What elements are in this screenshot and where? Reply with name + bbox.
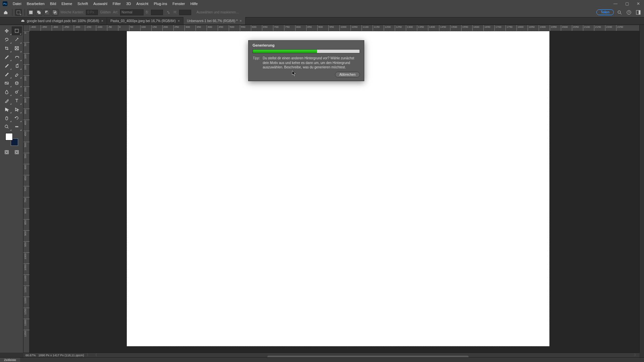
menu-ansicht[interactable]: Ansicht [133, 1, 151, 6]
minimize-button[interactable]: — [610, 1, 621, 6]
marquee-tool[interactable] [12, 26, 22, 35]
feather-input[interactable] [86, 10, 98, 15]
ruler-tick: 1950 [550, 25, 561, 31]
screenmode-button[interactable] [12, 148, 22, 157]
frame-tool[interactable] [12, 44, 22, 53]
foreground-color[interactable] [5, 133, 13, 140]
zoom-readout[interactable]: 66.67% [25, 354, 36, 357]
share-button[interactable]: Teilen [596, 9, 614, 15]
document-info[interactable]: 1890 Px x 1417 Px (118,11 ppcm) [39, 354, 84, 357]
lasso-tool[interactable] [2, 35, 12, 44]
workspace-icon[interactable] [635, 10, 642, 15]
ruler-tick: 1600 [472, 25, 483, 31]
menu-datei[interactable]: Datei [10, 1, 24, 6]
document-tab[interactable]: Unbenannt-1 bei 66,7% (RGB/8) *× [183, 17, 246, 24]
document-tab[interactable]: Pasta_03_4000px.jpeg bei 16,7% (RGB/8#)× [107, 17, 183, 24]
ruler-tick: 850 [23, 219, 30, 230]
add-selection-icon[interactable] [36, 9, 42, 16]
select-and-mask-button[interactable]: Auswählen und maskieren… [197, 10, 239, 14]
default-colors-icon[interactable] [5, 142, 9, 146]
progress-bar [253, 49, 360, 53]
ruler-origin[interactable] [23, 25, 30, 31]
ruler-tick: 1300 [406, 25, 417, 31]
ruler-tick: 2050 [572, 25, 583, 31]
tab-close-icon[interactable]: × [239, 19, 241, 23]
quickmask-button[interactable] [2, 148, 12, 157]
swap-wh-icon[interactable] [165, 9, 172, 16]
new-selection-icon[interactable] [28, 9, 34, 16]
ruler-tick: 1000 [23, 252, 30, 263]
app-logo: Ps [3, 1, 7, 6]
vertical-ruler[interactable]: 0501001502002503003504004505005506006507… [23, 31, 30, 353]
more-tool[interactable] [12, 122, 22, 131]
shape-tool[interactable] [12, 105, 22, 114]
close-button[interactable]: ✕ [633, 1, 644, 6]
menu-bild[interactable]: Bild [47, 1, 59, 6]
color-swatches[interactable] [5, 133, 18, 146]
blur-tool[interactable] [2, 87, 12, 96]
search-icon[interactable] [616, 10, 623, 15]
menu-plug-ins[interactable]: Plug-ins [151, 1, 170, 6]
menu-filter[interactable]: Filter [110, 1, 123, 6]
scroll-right-icon[interactable]: 〉 [634, 353, 637, 357]
scroll-left-icon[interactable]: 〈 [94, 353, 97, 357]
ruler-tick: 800 [23, 208, 30, 219]
horizontal-ruler[interactable]: -400-350-300-250-200-150-100-50050100150… [30, 25, 639, 31]
window-controls: — ▢ ✕ [610, 1, 644, 6]
heal-tool[interactable] [12, 53, 22, 61]
hand-tool[interactable] [2, 114, 12, 122]
home-button[interactable] [2, 9, 9, 16]
menu-auswahl[interactable]: Auswahl [91, 1, 110, 6]
move-tool[interactable] [2, 26, 12, 35]
svg-point-9 [618, 11, 621, 13]
wand-tool[interactable] [12, 35, 22, 44]
intersect-selection-icon[interactable] [52, 9, 58, 16]
swap-colors-icon[interactable] [14, 133, 18, 137]
document-tab[interactable]: google bard und chatgpt.psdc bei 100% (R… [17, 17, 107, 24]
menu-fenster[interactable]: Fenster [170, 1, 187, 6]
ruler-tick: 1400 [428, 25, 439, 31]
zoom-tool[interactable] [2, 122, 12, 131]
ruler-tick: 1850 [528, 25, 539, 31]
eraser-tool[interactable] [12, 70, 22, 79]
crop-tool[interactable] [2, 44, 12, 53]
ruler-tick: 400 [207, 25, 218, 31]
menu-schrift[interactable]: Schrift [75, 1, 91, 6]
ruler-tick: 1300 [23, 319, 30, 330]
menu-hilfe[interactable]: Hilfe [187, 1, 200, 6]
history-tool[interactable] [2, 70, 12, 79]
ruler-tick: 1050 [23, 263, 30, 275]
svg-line-20 [5, 82, 8, 84]
ruler-tick: 400 [23, 120, 30, 131]
path-select-tool[interactable] [2, 105, 12, 114]
subtract-selection-icon[interactable] [44, 9, 50, 16]
tab-close-icon[interactable]: × [178, 19, 180, 23]
menu-bearbeiten[interactable]: Bearbeiten [24, 1, 47, 6]
gradient-tool[interactable] [2, 79, 12, 87]
style-select[interactable]: Normal [120, 9, 144, 15]
pen-tool[interactable] [2, 96, 12, 105]
eyedropper-tool[interactable] [2, 53, 12, 61]
svg-rect-15 [15, 29, 18, 33]
right-panel-dock[interactable] [639, 25, 644, 353]
tool-preset-picker[interactable] [15, 9, 22, 16]
dodge-tool[interactable] [12, 87, 22, 96]
width-input[interactable] [151, 10, 163, 15]
docinfo-menu-icon[interactable]: 〉 [87, 353, 90, 357]
rotate-tool[interactable] [12, 114, 22, 122]
clone-tool[interactable] [12, 61, 22, 70]
menu-ebene[interactable]: Ebene [59, 1, 75, 6]
bucket-tool[interactable] [12, 79, 22, 87]
style-label: Art: [113, 10, 118, 14]
maximize-button[interactable]: ▢ [621, 1, 633, 6]
tab-close-icon[interactable]: × [101, 19, 103, 23]
cancel-button[interactable]: Abbrechen [335, 72, 360, 77]
svg-point-28 [17, 126, 18, 127]
menu-3d[interactable]: 3D [123, 1, 133, 6]
brush-tool[interactable] [2, 61, 12, 70]
svg-point-30 [6, 151, 8, 153]
timeline-tab[interactable]: Zeitleiste [0, 358, 20, 362]
height-input[interactable] [179, 10, 191, 15]
help-icon[interactable]: ? [625, 10, 633, 15]
type-tool[interactable] [12, 96, 22, 105]
